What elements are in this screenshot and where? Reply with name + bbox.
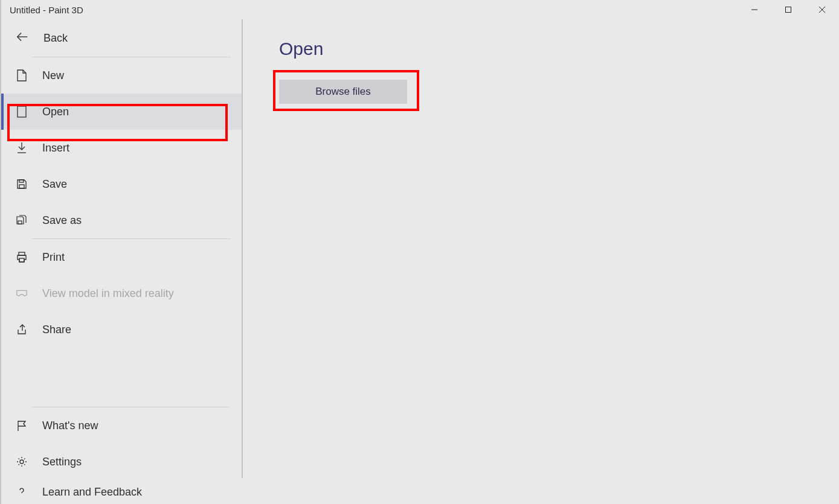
menu-label: Open (42, 106, 69, 118)
menu-item-insert[interactable]: Insert (1, 130, 243, 166)
insert-icon (16, 142, 28, 154)
flag-icon (16, 419, 28, 432)
menu-item-new[interactable]: New (1, 57, 243, 94)
content-title: Open (279, 39, 809, 59)
menu-label: Insert (42, 142, 69, 155)
menu-item-open[interactable]: Open (1, 94, 243, 130)
back-button[interactable]: Back (1, 19, 243, 57)
menu-label: New (42, 69, 64, 82)
menu-label: Save as (42, 214, 82, 227)
app-window: Untitled - Paint 3D Back New (0, 0, 839, 504)
back-label: Back (43, 32, 68, 45)
save-icon (16, 178, 28, 190)
svg-point-15 (20, 460, 24, 464)
svg-rect-9 (19, 180, 24, 182)
sidebar: Back New Open Insert Save (1, 19, 243, 504)
content-area: Open Browse files (249, 0, 839, 504)
menu-label: Save (42, 178, 67, 191)
menu-label: View model in mixed reality (42, 287, 174, 300)
new-file-icon (16, 69, 28, 81)
menu-item-mixed-reality: View model in mixed reality (1, 275, 243, 311)
svg-rect-12 (19, 258, 24, 262)
arrow-left-icon (16, 30, 29, 46)
svg-rect-10 (18, 221, 22, 224)
share-icon (16, 324, 28, 336)
svg-rect-5 (18, 106, 26, 117)
menu-item-share[interactable]: Share (1, 311, 243, 348)
browse-files-button[interactable]: Browse files (279, 80, 407, 104)
menu-item-save-as[interactable]: Save as (1, 202, 243, 238)
menu-label: Learn and Feedback (42, 486, 142, 499)
save-as-icon (16, 214, 28, 226)
window-title: Untitled - Paint 3D (10, 5, 83, 15)
help-icon (16, 486, 28, 498)
menu-label: Settings (42, 456, 82, 468)
print-icon (16, 251, 28, 263)
sidebar-footer: What's new Settings Learn and Feedback (1, 407, 242, 504)
menu-item-whats-new[interactable]: What's new (1, 407, 242, 444)
mixed-reality-icon (16, 287, 28, 299)
menu-label: Share (42, 324, 71, 336)
menu-label: What's new (42, 419, 98, 432)
browse-files-label: Browse files (315, 86, 371, 98)
menu-item-settings[interactable]: Settings (1, 444, 242, 480)
menu-label: Print (42, 251, 65, 264)
menu-item-save[interactable]: Save (1, 166, 243, 202)
open-file-icon (16, 106, 28, 118)
svg-rect-8 (19, 185, 24, 188)
gear-icon (16, 456, 28, 468)
menu-item-print[interactable]: Print (1, 239, 243, 275)
menu-item-learn-feedback[interactable]: Learn and Feedback (1, 480, 242, 504)
svg-rect-11 (19, 252, 25, 255)
